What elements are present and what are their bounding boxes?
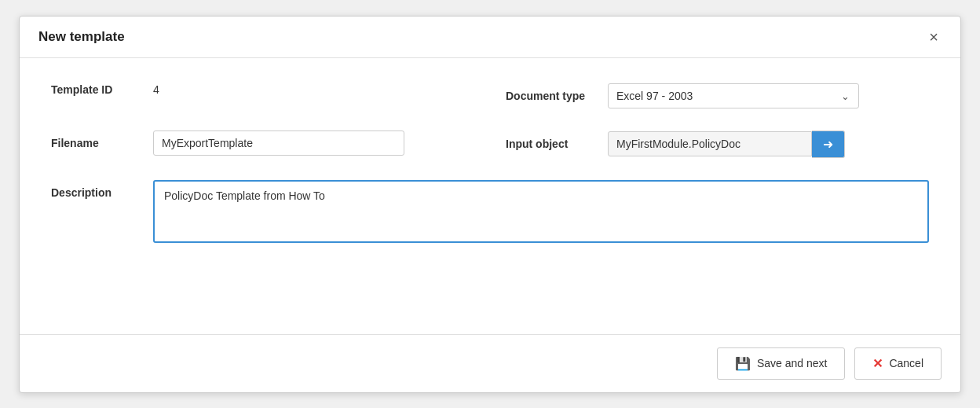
input-object-field-group: ➜ <box>608 130 845 158</box>
cancel-icon: ✕ <box>872 356 883 371</box>
dialog-body: Template ID 4 Document type Excel 97 - 2… <box>20 58 960 334</box>
template-id-value: 4 <box>153 83 159 96</box>
description-group: Description PolicyDoc Template from How … <box>51 180 929 243</box>
arrow-right-icon: ➜ <box>823 137 833 152</box>
save-icon: 💾 <box>735 356 751 371</box>
document-type-select[interactable]: Excel 97 - 2003 Excel 2007+ Word 97-2003… <box>608 83 859 108</box>
filename-group: Filename <box>51 130 474 156</box>
document-type-group: Document type Excel 97 - 2003 Excel 2007… <box>506 83 929 108</box>
cancel-label: Cancel <box>889 357 923 369</box>
dialog-header: New template × <box>20 17 960 58</box>
filename-label: Filename <box>51 137 137 149</box>
save-and-next-label: Save and next <box>757 357 828 369</box>
description-label: Description <box>51 180 137 199</box>
input-object-group: Input object ➜ <box>506 130 929 158</box>
input-object-input[interactable] <box>608 131 812 156</box>
document-type-label: Document type <box>506 90 592 102</box>
template-id-label: Template ID <box>51 83 137 96</box>
template-id-group: Template ID 4 <box>51 83 474 96</box>
close-button[interactable]: × <box>926 29 942 45</box>
input-object-navigate-button[interactable]: ➜ <box>812 130 845 158</box>
new-template-dialog: New template × Template ID 4 Document ty… <box>19 16 961 393</box>
form-row-1: Template ID 4 Document type Excel 97 - 2… <box>51 83 929 108</box>
document-type-select-wrapper: Excel 97 - 2003 Excel 2007+ Word 97-2003… <box>608 83 859 108</box>
dialog-footer: 💾 Save and next ✕ Cancel <box>20 334 960 392</box>
input-object-label: Input object <box>506 138 592 150</box>
form-row-2: Filename Input object ➜ <box>51 130 929 158</box>
filename-input[interactable] <box>153 130 404 156</box>
description-input[interactable]: PolicyDoc Template from How To <box>153 180 929 243</box>
cancel-button[interactable]: ✕ Cancel <box>854 347 942 380</box>
dialog-title: New template <box>38 29 125 45</box>
save-and-next-button[interactable]: 💾 Save and next <box>717 347 846 380</box>
